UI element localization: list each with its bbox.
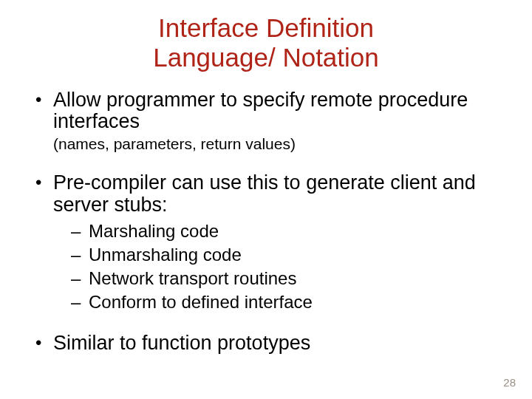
list-item: Conform to defined interface [71, 291, 502, 313]
slide: Interface Definition Language/ Notation … [0, 0, 532, 399]
bullet-text: Pre-compiler can use this to generate cl… [53, 171, 476, 216]
slide-title: Interface Definition Language/ Notation [30, 13, 502, 73]
list-item: Allow programmer to specify remote proce… [30, 89, 502, 154]
sub-bullet-text: Marshaling code [89, 221, 219, 241]
sub-bullet-text: Unmarshaling code [89, 245, 242, 265]
list-item: Network transport routines [71, 267, 502, 290]
title-line-1: Interface Definition [158, 13, 374, 42]
list-item: Similar to function prototypes [30, 332, 502, 355]
bullet-text: Allow programmer to specify remote proce… [53, 89, 468, 133]
bullet-text: Similar to function prototypes [53, 332, 310, 354]
list-item: Unmarshaling code [71, 244, 502, 266]
sub-bullet-list: Marshaling code Unmarshaling code Networ… [71, 220, 502, 313]
bullet-list: Allow programmer to specify remote proce… [30, 89, 502, 355]
title-line-2: Language/ Notation [153, 43, 379, 72]
list-item: Pre-compiler can use this to generate cl… [30, 172, 502, 313]
page-number: 28 [503, 376, 516, 389]
sub-bullet-text: Network transport routines [89, 268, 296, 288]
bullet-subnote: (names, parameters, return values) [53, 134, 502, 153]
sub-bullet-text: Conform to defined interface [89, 292, 313, 312]
list-item: Marshaling code [71, 220, 502, 242]
